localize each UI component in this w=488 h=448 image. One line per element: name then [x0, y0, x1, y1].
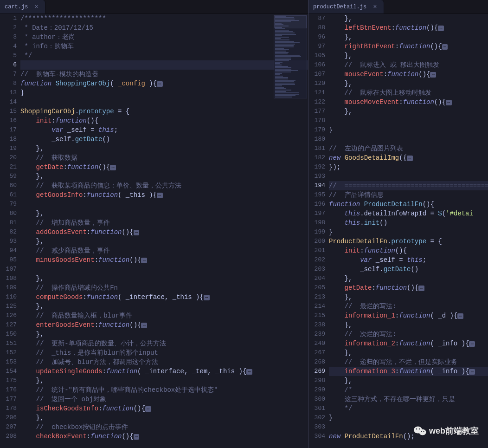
- code-line[interactable]: // 操作商品增减的公共Fn: [20, 283, 308, 292]
- code-area-right[interactable]: 8788969710510610712012112217717817918018…: [308, 14, 488, 448]
- code-line[interactable]: this.init(): [329, 218, 488, 227]
- code-area-left[interactable]: 1234567813141516171819202159606179808182…: [0, 14, 308, 448]
- code-line[interactable]: }: [329, 125, 488, 135]
- code-line[interactable]: // checkbox按钮的点击事件: [20, 422, 308, 432]
- code-line[interactable]: },: [20, 330, 308, 339]
- code-line[interactable]: [20, 97, 308, 107]
- code-line[interactable]: enterGoodsEvent:function(){⋯: [20, 320, 308, 330]
- code-line[interactable]: [329, 116, 488, 125]
- code-line[interactable]: function ProductDetailFn(){: [329, 200, 488, 209]
- code-line[interactable]: getGoodsInfo:function( _this ){⋯: [20, 190, 308, 200]
- code-line[interactable]: // 统计-"所有商品中，哪些商品的checkbox处于选中状态": [20, 385, 308, 395]
- code-line[interactable]: */: [329, 404, 488, 413]
- code-line[interactable]: * info：购物车: [20, 42, 308, 51]
- code-line[interactable]: },: [20, 237, 308, 246]
- code-line[interactable]: [20, 60, 308, 70]
- code-line[interactable]: [329, 135, 488, 144]
- code-line[interactable]: },: [329, 348, 488, 357]
- code-line[interactable]: checkBoxEvent:function(){⋯: [20, 432, 308, 441]
- code-line[interactable]: getDate:function(){⋯: [20, 162, 308, 172]
- tab-productdetail-js[interactable]: productDetail.js ×: [308, 0, 384, 13]
- code-line[interactable]: // 加减号、blur方法，都调用这个方法: [20, 357, 308, 367]
- code-line[interactable]: [20, 200, 308, 209]
- code-line[interactable]: },: [329, 292, 488, 302]
- code-line[interactable]: });: [329, 162, 488, 172]
- code-line[interactable]: new GoodsDetailImg({⋯: [329, 153, 488, 162]
- close-icon[interactable]: ×: [32, 3, 40, 11]
- code-line[interactable]: },: [329, 320, 488, 330]
- code-line[interactable]: * Date：2017/12/15: [20, 23, 308, 32]
- code-line[interactable]: _self.getDate(): [20, 135, 308, 144]
- code-line[interactable]: 这三种方式，不存在哪一种更好，只是: [329, 395, 488, 404]
- code-line[interactable]: },: [329, 274, 488, 283]
- code-line[interactable]: },: [329, 79, 488, 88]
- code-line[interactable]: minusGoodsEvent:function(){⋯: [20, 255, 308, 265]
- code-line[interactable]: mouseEvent:function(){⋯: [329, 70, 488, 79]
- code-line[interactable]: // 左边的产品图片列表: [329, 144, 488, 153]
- minimap-viewport[interactable]: [274, 15, 307, 28]
- code-line[interactable]: },: [329, 14, 488, 23]
- code-line[interactable]: },: [20, 144, 308, 153]
- code-line[interactable]: _self.getDate(): [329, 265, 488, 274]
- code-line[interactable]: // 鼠标在大图上移动时触发: [329, 88, 488, 97]
- code-line[interactable]: // 返回一个 obj对象: [20, 395, 308, 404]
- code-line[interactable]: */: [20, 51, 308, 60]
- code-line[interactable]: leftBtnEvent:function(){⋯: [329, 23, 488, 32]
- code-line[interactable]: information_2:function( _info ){⋯: [329, 339, 488, 348]
- code-line[interactable]: },: [329, 376, 488, 385]
- code-line[interactable]: }: [329, 227, 488, 237]
- code-line[interactable]: },: [329, 107, 488, 116]
- code-line[interactable]: },: [20, 302, 308, 311]
- code-line[interactable]: },: [329, 32, 488, 42]
- code-line[interactable]: // 商品数量输入框，blur事件: [20, 311, 308, 320]
- code-line[interactable]: // 产品详情信息: [329, 190, 488, 200]
- code-line[interactable]: // 最烂的写法:: [329, 302, 488, 311]
- code-line[interactable]: init:function(){: [329, 246, 488, 255]
- code-line[interactable]: * author：老尚: [20, 32, 308, 42]
- code-line[interactable]: function ShoppingCarObj( _config ){⋯: [20, 79, 308, 88]
- code-line[interactable]: // 更新-单项商品的数量、小计，公共方法: [20, 339, 308, 348]
- code-line[interactable]: ShoppingCarObj.prototype = {: [20, 107, 308, 116]
- code-line[interactable]: // 次烂的写法:: [329, 330, 488, 339]
- code-line[interactable]: rightBtnEvent:function(){⋯: [329, 42, 488, 51]
- code-line[interactable]: // 减少商品数量，事件: [20, 246, 308, 255]
- code-line[interactable]: // 鼠标进入 或 移出大图触发: [329, 60, 488, 70]
- code-line[interactable]: init:function(){: [20, 116, 308, 125]
- code-content-left[interactable]: /********************* * Date：2017/12/15…: [20, 14, 308, 448]
- code-line[interactable]: /*: [329, 385, 488, 395]
- tab-cart-js[interactable]: cart.js ×: [0, 0, 45, 13]
- code-line[interactable]: // 购物车-模块的构造器: [20, 70, 308, 79]
- code-line[interactable]: },: [20, 172, 308, 181]
- code-line[interactable]: var _self = this;: [20, 125, 308, 135]
- code-line[interactable]: [20, 265, 308, 274]
- code-line[interactable]: information_3:function( _info ){⋯: [329, 367, 488, 376]
- code-line[interactable]: ProductDetailFn.prototype = {: [329, 237, 488, 246]
- code-line[interactable]: addGoodsEvent:function(){⋯: [20, 227, 308, 237]
- code-line[interactable]: getDate:function(){⋯: [329, 283, 488, 292]
- code-line[interactable]: // 获取数据: [20, 153, 308, 162]
- code-line[interactable]: computeGoods:function( _interface, _this…: [20, 292, 308, 302]
- code-line[interactable]: // _this，是你当前blur的那个input: [20, 348, 308, 357]
- code-line[interactable]: },: [329, 51, 488, 60]
- code-line[interactable]: /*********************: [20, 14, 308, 23]
- code-line[interactable]: },: [20, 413, 308, 422]
- code-line[interactable]: },: [20, 209, 308, 218]
- code-line[interactable]: },: [20, 274, 308, 283]
- code-line[interactable]: // 递归的写法，不烂，但是实际业务: [329, 357, 488, 367]
- code-line[interactable]: updateSingleGoods:function( _interface, …: [20, 367, 308, 376]
- code-line[interactable]: information_1:function( _d ){⋯: [329, 311, 488, 320]
- code-line[interactable]: // =====================================…: [329, 181, 488, 190]
- code-line[interactable]: mouseMoveEvent:function(){⋯: [329, 97, 488, 107]
- code-line[interactable]: this.detailInfoWrapId = $('#detai: [329, 209, 488, 218]
- code-line[interactable]: }: [329, 413, 488, 422]
- code-line[interactable]: },: [20, 376, 308, 385]
- code-content-right[interactable]: }, leftBtnEvent:function(){⋯ }, rightBtn…: [329, 14, 488, 448]
- code-line[interactable]: // 增加商品数量，事件: [20, 218, 308, 227]
- code-line[interactable]: isCheckGoodsInfo:function(){⋯: [20, 404, 308, 413]
- code-line[interactable]: [329, 172, 488, 181]
- code-line[interactable]: }: [20, 88, 308, 97]
- minimap[interactable]: [274, 15, 307, 98]
- close-icon[interactable]: ×: [371, 3, 379, 11]
- code-line[interactable]: // 获取某项商品的信息：单价、数量，公共方法: [20, 181, 308, 190]
- code-line[interactable]: var _self = this;: [329, 255, 488, 265]
